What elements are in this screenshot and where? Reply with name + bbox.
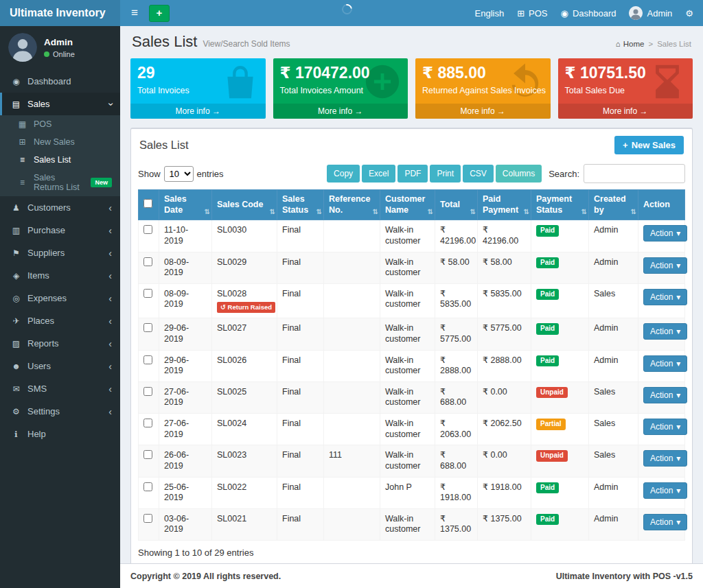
action-button[interactable]: Action▾ xyxy=(643,355,687,372)
sidebar-item-dashboard[interactable]: ◉ Dashboard xyxy=(0,70,120,93)
user-menu-label: Admin xyxy=(647,8,672,19)
csv-button[interactable]: CSV xyxy=(463,165,494,183)
caret-down-icon: ▾ xyxy=(676,228,680,238)
table-row: 25-06-2019 SL0022 Final John P ₹ 1918.00… xyxy=(139,477,685,508)
infobox-more-link[interactable]: More info → xyxy=(130,104,266,119)
table-row: 27-06-2019 SL0024 Final Walk-in customer… xyxy=(139,414,685,445)
sidebar-item-sales[interactable]: ▤ Sales ‹ xyxy=(0,93,120,115)
breadcrumb-home[interactable]: ⌂ Home xyxy=(616,40,645,48)
sidebar-item-label: POS xyxy=(34,119,51,129)
table-row: 08-09-2019 SL0029 Final Walk-in customer… xyxy=(139,252,685,283)
col-sales-date[interactable]: Sales Date⇅ xyxy=(159,190,212,220)
action-button[interactable]: Action▾ xyxy=(643,225,687,242)
sidebar-item-customers[interactable]: ♟ Customers ‹ xyxy=(0,196,120,219)
action-button[interactable]: Action▾ xyxy=(643,323,687,340)
sidebar-item-pos[interactable]: ▦ POS xyxy=(0,115,120,133)
sidebar-item-suppliers[interactable]: ⚑ Suppliers ‹ xyxy=(0,242,120,264)
sidebar-item-sales-returns-list[interactable]: ≡ Sales Returns List New xyxy=(0,169,120,196)
col-paid-payment[interactable]: Paid Payment⇅ xyxy=(478,190,531,220)
new-sales-button[interactable]: + New Sales xyxy=(614,136,684,154)
infobox-more-link[interactable]: More info → xyxy=(273,104,408,119)
col-sales-code[interactable]: Sales Code⇅ xyxy=(212,190,277,220)
control-sidebar-toggle[interactable]: ⚙ xyxy=(685,8,693,19)
sidebar-item-sales-list[interactable]: ≡ Sales List xyxy=(0,151,120,169)
sort-icon: ⇅ xyxy=(316,208,322,217)
action-button[interactable]: Action▾ xyxy=(643,450,687,467)
row-checkbox[interactable] xyxy=(143,514,152,523)
row-checkbox[interactable] xyxy=(143,225,152,234)
pos-link[interactable]: ⊞ POS xyxy=(517,8,547,19)
print-button[interactable]: Print xyxy=(430,165,461,183)
col-payment-status[interactable]: Payment Status⇅ xyxy=(531,190,589,220)
col-reference-no[interactable]: Reference No.⇅ xyxy=(324,190,380,220)
sidebar-item-expenses[interactable]: ◎ Expenses ‹ xyxy=(0,287,120,309)
cell-action: Action▾ xyxy=(638,477,685,508)
sidebar-item-users[interactable]: ☻ Users ‹ xyxy=(0,355,120,377)
sidebar-item-places[interactable]: ✈ Places ‹ xyxy=(0,309,120,332)
quick-add-button[interactable]: + xyxy=(149,5,170,22)
arrow-right-icon: → xyxy=(354,106,362,116)
sidebar-item-label: SMS xyxy=(27,384,47,394)
sidebar-item-new-sales[interactable]: ⊞ New Sales xyxy=(0,133,120,151)
cell-sales-date: 25-06-2019 xyxy=(159,477,212,508)
col-total[interactable]: Total⇅ xyxy=(435,190,478,220)
payment-status-badge: Unpaid xyxy=(536,387,568,399)
sidebar-item-purchase[interactable]: ▥ Purchase ‹ xyxy=(0,219,120,242)
sidebar-item-settings[interactable]: ⚙ Settings ‹ xyxy=(0,400,120,423)
caret-down-icon: ▾ xyxy=(676,517,680,527)
excel-button[interactable]: Excel xyxy=(362,165,395,183)
row-checkbox[interactable] xyxy=(143,355,152,364)
row-checkbox[interactable] xyxy=(143,450,152,459)
action-button[interactable]: Action▾ xyxy=(643,514,687,530)
row-checkbox[interactable] xyxy=(143,257,152,266)
action-button[interactable]: Action▾ xyxy=(643,257,687,274)
sidebar: Admin Online ◉ Dashboard ▤ Sales ‹ ▦ xyxy=(0,26,120,588)
chevron-left-icon: ‹ xyxy=(108,384,112,394)
col-customer-name[interactable]: Customer Name⇅ xyxy=(380,190,435,220)
cell-reference-no xyxy=(324,318,380,350)
cell-payment-status: Paid xyxy=(531,318,589,350)
action-button[interactable]: Action▾ xyxy=(643,482,687,499)
sidebar-user-status[interactable]: Online xyxy=(44,50,75,58)
sidebar-item-items[interactable]: ◈ Items ‹ xyxy=(0,264,120,287)
entries-label: entries xyxy=(197,169,224,179)
brand-logo[interactable]: Ultimate Inventory xyxy=(0,0,120,26)
payment-status-badge: Paid xyxy=(536,257,559,269)
sidebar-item-sms[interactable]: ✉ SMS ‹ xyxy=(0,377,120,400)
action-button[interactable]: Action▾ xyxy=(643,289,687,305)
cell-sales-status: Final xyxy=(277,220,324,252)
row-checkbox[interactable] xyxy=(143,387,152,396)
sidebar-item-reports[interactable]: ▨ Reports ‹ xyxy=(0,332,120,355)
dashboard-icon: ◉ xyxy=(561,8,568,19)
summary-boxes: 29 Total Invoices More info → ₹ 170472.0… xyxy=(130,58,693,119)
page-length-select[interactable]: 10 xyxy=(164,166,194,182)
row-checkbox[interactable] xyxy=(143,289,152,298)
columns-button[interactable]: Columns xyxy=(496,165,542,183)
home-icon: ⌂ xyxy=(616,40,621,48)
infobox-more-link[interactable]: More info → xyxy=(558,104,693,119)
language-menu[interactable]: English xyxy=(475,8,505,19)
infobox-more-link[interactable]: More info → xyxy=(415,104,551,119)
copy-button[interactable]: Copy xyxy=(327,165,360,183)
select-all-checkbox[interactable] xyxy=(143,199,152,208)
row-checkbox[interactable] xyxy=(143,419,152,427)
arrow-right-icon: → xyxy=(639,106,647,116)
cell-sales-date: 29-06-2019 xyxy=(159,350,212,381)
search-input[interactable] xyxy=(584,164,685,183)
caret-down-icon: ▾ xyxy=(676,422,680,432)
pdf-button[interactable]: PDF xyxy=(397,165,428,183)
user-menu[interactable]: Admin xyxy=(629,6,672,20)
dashboard-link[interactable]: ◉ Dashboard xyxy=(561,8,616,19)
caret-down-icon: ▾ xyxy=(676,486,680,495)
plus-icon: + xyxy=(623,140,628,150)
row-checkbox[interactable] xyxy=(143,482,152,491)
cell-payment-status: Partial xyxy=(531,414,589,445)
row-checkbox[interactable] xyxy=(143,323,152,332)
action-button[interactable]: Action▾ xyxy=(643,419,687,435)
action-button[interactable]: Action▾ xyxy=(643,387,687,403)
col-created-by[interactable]: Created by⇅ xyxy=(589,190,638,220)
col-sales-status[interactable]: Sales Status⇅ xyxy=(277,190,324,220)
sidebar-toggle-button[interactable]: ≡ xyxy=(120,0,149,26)
col-select-all xyxy=(139,190,159,220)
sidebar-item-help[interactable]: ℹ Help xyxy=(0,423,120,445)
